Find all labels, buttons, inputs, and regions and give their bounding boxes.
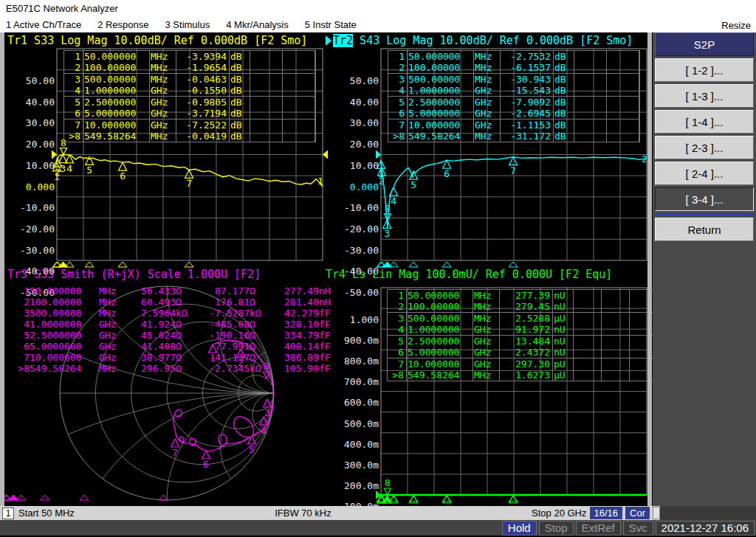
menu-response[interactable]: 2 Response xyxy=(97,19,148,30)
svg-text:7: 7 xyxy=(510,165,516,176)
softkey-3-4[interactable]: [ 3-4 ]... xyxy=(655,187,754,211)
svg-text:6: 6 xyxy=(120,170,126,181)
marker-table-row: 41.0000000GHz-15.543dB xyxy=(388,85,639,96)
marker-table-row: 150.000000MHz277.39nU xyxy=(388,290,658,301)
tr1-ytick: -20.00 xyxy=(6,224,55,235)
softkey-return[interactable]: Return xyxy=(655,218,754,241)
menu-stimulus[interactable]: 3 Stimulus xyxy=(165,19,210,30)
softkey-s2p: S2P xyxy=(655,32,754,56)
status-bar-filler xyxy=(660,506,756,520)
tr1-ytick: -10.00 xyxy=(6,202,55,214)
marker-table-row: 52.5000000GHz13.484nU xyxy=(388,335,658,347)
ifbw-label: IFBW 70 kHz xyxy=(275,507,331,519)
title-and-menu-bar: E5071C Network Analyzer 1 Active Ch/Trac… xyxy=(0,0,756,32)
status-mini-button xyxy=(653,507,660,519)
svg-text:3: 3 xyxy=(384,228,390,239)
svg-text:4: 4 xyxy=(261,425,267,436)
tr1-ytick: -40.00 xyxy=(6,266,55,277)
menu-active-ch-trace[interactable]: 1 Active Ch/Trace xyxy=(6,19,81,30)
marker-table-row: 150.000000MHz-2.7532dB xyxy=(388,51,639,62)
tr2-ytick: 40.00 xyxy=(330,97,379,108)
svg-text:4: 4 xyxy=(66,163,72,174)
marker-table-row: 65.0000000GHz2.4372nU xyxy=(388,347,658,358)
marker-table-row: >8549.58264MHz-0.0419dB xyxy=(64,131,315,142)
marker-table-row: >8549.58264MHz1.6273µU xyxy=(388,370,658,381)
marker-table-row: 3500.00000MHz-30.943dB xyxy=(388,73,639,85)
tr4-ytick: 600.0m xyxy=(330,397,379,409)
marker-table-row: 41.0000000GHz41.924Ω-485.08Ω328.10fF xyxy=(10,319,340,330)
menu-bar: 1 Active Ch/Trace 2 Response 3 Stimulus … xyxy=(6,19,357,30)
tr1-ytick: 10.00 xyxy=(6,160,55,172)
screen-right-border xyxy=(647,32,652,520)
tr1-ytick: -30.00 xyxy=(6,245,55,257)
e5071c-window: E5071C Network Analyzer 1 Active Ch/Trac… xyxy=(0,0,756,537)
marker-table-row: 150.000000MHz-3.9394dB xyxy=(64,51,315,62)
tr4-marker-table: 150.000000MHz277.39nU2100.00000MHz279.45… xyxy=(387,289,659,381)
active-trace-arrow-icon xyxy=(326,35,331,46)
tr1-ytick: 0.000 xyxy=(6,181,55,193)
status-bar: 1 Start 50 MHz IFBW 70 kHz Stop 20 GHz 1… xyxy=(0,506,660,520)
stop-frequency-label: Stop 20 GHz xyxy=(532,507,586,519)
marker-table-row: 3500.00000MHz2.5288µU xyxy=(388,312,658,324)
tr4-ytick: 400.0m xyxy=(330,439,379,451)
svg-text:7: 7 xyxy=(186,178,192,189)
svg-text:1: 1 xyxy=(317,176,323,187)
softkey-1-4[interactable]: [ 1-4 ]... xyxy=(655,110,754,134)
tr2-ytick: -30.00 xyxy=(330,245,379,257)
tr2-ytick: 10.00 xyxy=(330,160,379,172)
svc-indicator: Svc xyxy=(623,521,653,536)
menu-mkr-analysis[interactable]: 4 Mkr/Analysis xyxy=(226,19,289,30)
svg-text:5: 5 xyxy=(410,179,416,190)
extref-indicator: ExtRef xyxy=(576,521,621,536)
menu-instr-state[interactable]: 5 Instr State xyxy=(305,19,357,30)
svg-text:3: 3 xyxy=(60,163,66,174)
tr4-ytick: 200.0m xyxy=(330,480,379,492)
softkey-1-2[interactable]: [ 1-2 ]... xyxy=(655,58,754,82)
svg-text:4: 4 xyxy=(391,195,396,207)
stop-indicator: Stop xyxy=(539,521,574,536)
channel-number-box: 1 xyxy=(2,507,14,519)
tr2-ytick: -20.00 xyxy=(330,224,379,235)
softkey-sidebar: S2P [ 1-2 ]... [ 1-3 ]... [ 1-4 ]... [ 2… xyxy=(653,32,756,506)
svg-text:6: 6 xyxy=(444,168,450,179)
sweep-points-badge: 16/16 xyxy=(590,507,623,519)
marker-table-row: >8549.58264MHz296.95Ω-2.7345kΩ105.90fF xyxy=(10,363,340,374)
softkey-2-3[interactable]: [ 2-3 ]... xyxy=(655,136,754,159)
resize-button[interactable]: Resize xyxy=(721,20,751,31)
marker-table-row: 2100.00000MHz279.45nU xyxy=(388,301,658,312)
tr2-marker-table: 150.000000MHz-2.7532dB2100.00000MHz-6.15… xyxy=(388,50,640,142)
marker-table-row: 710.000000GHz-1.1153dB xyxy=(388,119,639,131)
softkey-1-3[interactable]: [ 1-3 ]... xyxy=(655,84,754,108)
marker-table-row: 3500.00000MHz7.5964kΩ-7.5287kΩ42.279fF xyxy=(10,308,340,319)
marker-table-row: 710.000000GHz297.30pU xyxy=(388,358,658,370)
tr1-marker-table: 150.000000MHz-3.9394dB2100.00000MHz-1.96… xyxy=(63,50,316,142)
svg-text:8: 8 xyxy=(385,477,391,488)
softkey-separator xyxy=(655,213,754,215)
start-frequency-label: Start 50 MHz xyxy=(18,507,75,519)
tr4-ytick: 300.0m xyxy=(330,460,379,471)
marker-table-row: 710.000000GHz38.977Ω-41.137Ω386.89fF xyxy=(10,352,340,363)
datetime-display: 2021-12-27 16:06 xyxy=(656,521,755,536)
instrument-status-bar: Hold Stop ExtRef Svc 2021-12-27 16:06 xyxy=(0,520,756,536)
tr2-ytick: 0.000 xyxy=(330,181,379,193)
trace2-header: Tr2 S43 Log Mag 10.00dB/ Ref 0.000dB [F2… xyxy=(326,34,633,47)
svg-text:5: 5 xyxy=(86,164,92,176)
svg-text:6: 6 xyxy=(203,459,209,470)
marker-table-row: 710.000000GHz-7.2522dB xyxy=(64,119,315,131)
marker-table-row: 2100.00000MHz-1.9654dB xyxy=(64,62,315,73)
marker-table-row: 52.5000000GHz-7.9092dB xyxy=(388,96,639,108)
tr2-ytick: 20.00 xyxy=(330,139,379,150)
tr3-marker-table: 150.000000MHz56.433Ω87.177Ω277.49nH2100.… xyxy=(10,285,340,374)
marker-table-row: 65.0000000GHz41.408Ω-77.991Ω408.14fF xyxy=(10,341,340,352)
correction-badge: Cor xyxy=(625,507,650,519)
svg-text:3: 3 xyxy=(264,407,270,418)
marker-table-row: 52.5000000GHz45.024Ω-190.16Ω334.79fF xyxy=(10,330,340,341)
svg-text:2: 2 xyxy=(642,153,647,164)
instrument-screen: 123456781123456782812345678 Tr1 S33 Log … xyxy=(0,32,653,506)
hold-indicator: Hold xyxy=(502,521,537,536)
svg-text:7: 7 xyxy=(172,447,178,458)
marker-table-row: 65.0000000GHz-3.7194dB xyxy=(64,108,315,119)
softkey-2-4[interactable]: [ 2-4 ]... xyxy=(655,162,754,185)
tr1-ytick: 30.00 xyxy=(6,117,55,129)
tr4-ytick: 700.0m xyxy=(330,376,379,388)
